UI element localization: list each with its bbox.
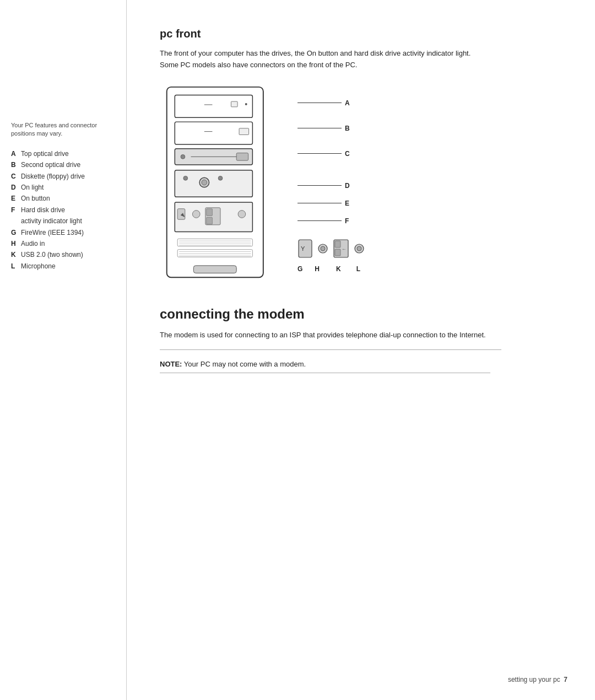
item-desc-d: On light: [21, 182, 44, 193]
page-number: 7: [564, 676, 567, 683]
svg-point-37: [321, 246, 325, 251]
note-box: NOTE: Your PC may not come with a modem.: [160, 356, 490, 373]
svg-rect-11: [236, 153, 248, 160]
item-letter-d: D: [11, 182, 19, 193]
svg-rect-12: [175, 170, 252, 197]
pc-front-title: pc front: [160, 28, 567, 40]
modem-body: The modem is used for connecting to an I…: [160, 330, 490, 341]
item-letter-f: F: [11, 204, 19, 216]
item-letter-a: A: [11, 148, 19, 159]
item-letter-h: H: [11, 238, 19, 249]
letter-d: D: [345, 182, 350, 190]
svg-point-4: [245, 103, 247, 105]
pc-diagram-container: 🔌: [160, 84, 567, 284]
list-item: FHard disk driveactivity indicator light: [11, 204, 115, 227]
list-item: LMicrophone: [11, 261, 115, 272]
svg-text:←: ←: [342, 246, 347, 252]
label-b: B: [298, 121, 365, 136]
item-desc-l: Microphone: [21, 261, 56, 272]
item-letter-b: B: [11, 159, 19, 170]
microphone-icon: [354, 239, 365, 259]
svg-point-24: [238, 210, 246, 218]
svg-rect-23: [207, 217, 213, 224]
firewire-icon: Y: [298, 239, 313, 259]
pc-front-body: The front of your computer has the drive…: [160, 48, 490, 71]
sidebar: Your PC features and connector positions…: [0, 0, 127, 700]
letter-e: E: [345, 200, 349, 207]
bottom-connector-area: Y ←: [298, 239, 365, 273]
letter-a: A: [345, 99, 350, 107]
list-item: GFireWire (IEEE 1394): [11, 227, 115, 238]
footer: setting up your pc 7: [508, 676, 567, 683]
sidebar-note: Your PC features and connector positions…: [11, 121, 115, 138]
svg-point-9: [181, 154, 185, 159]
item-letter-l: L: [11, 261, 19, 272]
top-divider: [160, 349, 501, 350]
list-item: BSecond optical drive: [11, 159, 115, 170]
item-letter-e: E: [11, 193, 19, 204]
note-label: NOTE:: [160, 360, 182, 368]
diagram-labels-panel: A B C D: [298, 84, 365, 273]
bottom-label-h: H: [315, 265, 320, 273]
list-item: KUSB 2.0 (two shown): [11, 249, 115, 260]
list-item: ATop optical drive: [11, 148, 115, 159]
label-lines: A B C D: [298, 84, 365, 229]
label-a: A: [298, 95, 365, 111]
svg-point-15: [202, 180, 207, 185]
item-desc-c: Diskette (floppy) drive: [21, 171, 85, 182]
note-text: Your PC may not come with a modem.: [182, 360, 306, 368]
letter-f: F: [345, 217, 349, 225]
sidebar-list: ATop optical drive BSecond optical drive…: [11, 148, 115, 272]
item-desc-b: Second optical drive: [21, 159, 80, 170]
list-item: HAudio in: [11, 238, 115, 249]
item-letter-c: C: [11, 171, 19, 182]
svg-point-43: [357, 246, 361, 251]
item-letter-g: G: [11, 227, 19, 238]
modem-section-title: connecting the modem: [160, 306, 567, 322]
footer-text: setting up your pc: [508, 676, 560, 683]
svg-point-20: [192, 210, 200, 218]
list-item: DOn light: [11, 182, 115, 193]
pc-tower-illustration: 🔌: [160, 84, 281, 284]
svg-rect-40: [335, 249, 340, 256]
label-f: F: [298, 213, 365, 229]
main-content: pc front The front of your computer has …: [127, 0, 595, 700]
item-desc-f: Hard disk driveactivity indicator light: [21, 204, 82, 227]
svg-text:🔌: 🔌: [180, 212, 185, 217]
item-desc-a: Top optical drive: [21, 148, 69, 159]
usb-icon: ←: [333, 239, 349, 259]
label-d: D: [298, 178, 365, 193]
label-c: C: [298, 146, 365, 161]
svg-rect-7: [239, 128, 249, 134]
list-item: EOn button: [11, 193, 115, 204]
list-item: CDiskette (floppy) drive: [11, 171, 115, 182]
item-desc-e: On button: [21, 193, 50, 204]
connector-icons-row: Y ←: [298, 239, 365, 259]
svg-rect-3: [231, 101, 237, 107]
svg-rect-39: [335, 241, 340, 247]
svg-rect-1: [175, 95, 252, 117]
svg-point-16: [218, 176, 223, 180]
bottom-label-k: K: [336, 265, 341, 273]
item-letter-k: K: [11, 249, 19, 260]
item-desc-k: USB 2.0 (two shown): [21, 249, 83, 260]
label-e: E: [298, 196, 365, 211]
svg-rect-22: [207, 208, 213, 216]
letter-b: B: [345, 125, 350, 132]
item-desc-g: FireWire (IEEE 1394): [21, 227, 84, 238]
bottom-label-l: L: [356, 265, 360, 273]
audio-in-icon: [317, 239, 328, 259]
item-desc-h: Audio in: [21, 238, 45, 249]
letter-c: C: [345, 150, 350, 158]
svg-rect-33: [193, 265, 236, 273]
tower-svg: 🔌: [160, 84, 281, 283]
bottom-labels-row: G H K L: [298, 265, 365, 273]
svg-point-13: [183, 176, 188, 180]
bottom-label-g: G: [298, 265, 302, 273]
svg-text:Y: Y: [301, 245, 305, 252]
